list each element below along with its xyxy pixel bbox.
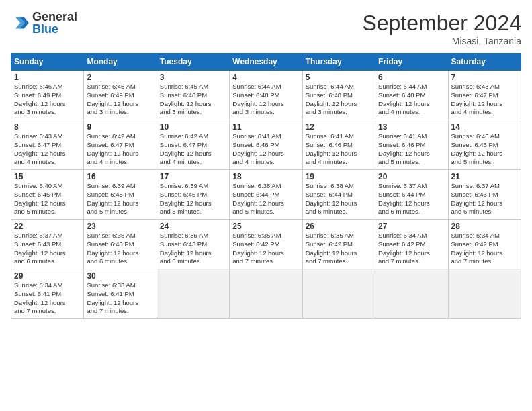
- table-row: 3Sunrise: 6:45 AM Sunset: 6:48 PM Daylig…: [157, 71, 229, 120]
- calendar-week-row: 15Sunrise: 6:40 AM Sunset: 6:45 PM Dayli…: [11, 170, 521, 220]
- table-row: 23Sunrise: 6:36 AM Sunset: 6:43 PM Dayli…: [84, 220, 157, 269]
- table-row: 24Sunrise: 6:36 AM Sunset: 6:43 PM Dayli…: [157, 220, 229, 269]
- table-row: 17Sunrise: 6:39 AM Sunset: 6:45 PM Dayli…: [157, 170, 229, 220]
- day-info: Sunrise: 6:34 AM Sunset: 6:42 PM Dayligh…: [451, 232, 518, 266]
- header-wednesday: Wednesday: [230, 54, 302, 71]
- table-row: 13Sunrise: 6:41 AM Sunset: 6:46 PM Dayli…: [375, 120, 448, 170]
- table-row: [302, 269, 375, 319]
- logo-general: General: [32, 11, 77, 23]
- day-info: Sunrise: 6:37 AM Sunset: 6:43 PM Dayligh…: [14, 232, 81, 266]
- day-info: Sunrise: 6:35 AM Sunset: 6:42 PM Dayligh…: [232, 232, 299, 266]
- calendar-table: Sunday Monday Tuesday Wednesday Thursday…: [11, 53, 521, 319]
- day-info: Sunrise: 6:45 AM Sunset: 6:48 PM Dayligh…: [160, 83, 226, 117]
- table-row: 14Sunrise: 6:40 AM Sunset: 6:45 PM Dayli…: [448, 120, 521, 170]
- day-number: 12: [306, 122, 372, 132]
- day-number: 27: [378, 222, 445, 231]
- day-number: 7: [451, 73, 518, 82]
- calendar-week-row: 1Sunrise: 6:46 AM Sunset: 6:49 PM Daylig…: [11, 71, 521, 120]
- day-number: 26: [306, 222, 372, 231]
- table-row: 21Sunrise: 6:37 AM Sunset: 6:43 PM Dayli…: [448, 170, 521, 220]
- day-number: 3: [160, 73, 226, 82]
- day-info: Sunrise: 6:37 AM Sunset: 6:44 PM Dayligh…: [378, 182, 445, 216]
- logo: General Blue: [11, 11, 77, 35]
- location: Misasi, Tanzania: [362, 36, 521, 46]
- calendar-week-row: 22Sunrise: 6:37 AM Sunset: 6:43 PM Dayli…: [11, 220, 521, 269]
- day-info: Sunrise: 6:44 AM Sunset: 6:48 PM Dayligh…: [378, 83, 445, 117]
- day-info: Sunrise: 6:44 AM Sunset: 6:48 PM Dayligh…: [232, 83, 299, 117]
- table-row: 7Sunrise: 6:43 AM Sunset: 6:47 PM Daylig…: [448, 71, 521, 120]
- day-number: 19: [306, 172, 372, 181]
- table-row: 16Sunrise: 6:39 AM Sunset: 6:45 PM Dayli…: [84, 170, 157, 220]
- day-info: Sunrise: 6:39 AM Sunset: 6:45 PM Dayligh…: [160, 182, 226, 216]
- day-number: 24: [160, 222, 226, 231]
- calendar-week-row: 8Sunrise: 6:43 AM Sunset: 6:47 PM Daylig…: [11, 120, 521, 170]
- logo-blue: Blue: [32, 23, 77, 35]
- table-row: 18Sunrise: 6:38 AM Sunset: 6:44 PM Dayli…: [230, 170, 302, 220]
- table-row: 9Sunrise: 6:42 AM Sunset: 6:47 PM Daylig…: [84, 120, 157, 170]
- day-number: 28: [451, 222, 518, 231]
- table-row: 11Sunrise: 6:41 AM Sunset: 6:46 PM Dayli…: [230, 120, 302, 170]
- table-row: 20Sunrise: 6:37 AM Sunset: 6:44 PM Dayli…: [375, 170, 448, 220]
- table-row: 8Sunrise: 6:43 AM Sunset: 6:47 PM Daylig…: [11, 120, 84, 170]
- day-info: Sunrise: 6:41 AM Sunset: 6:46 PM Dayligh…: [378, 132, 445, 167]
- day-number: 29: [14, 271, 81, 281]
- day-info: Sunrise: 6:35 AM Sunset: 6:42 PM Dayligh…: [306, 232, 372, 266]
- day-number: 14: [451, 122, 518, 132]
- page-header: General Blue September 2024 Misasi, Tanz…: [11, 11, 521, 46]
- table-row: 26Sunrise: 6:35 AM Sunset: 6:42 PM Dayli…: [302, 220, 375, 269]
- table-row: 28Sunrise: 6:34 AM Sunset: 6:42 PM Dayli…: [448, 220, 521, 269]
- table-row: 30Sunrise: 6:33 AM Sunset: 6:41 PM Dayli…: [84, 269, 157, 319]
- day-info: Sunrise: 6:38 AM Sunset: 6:44 PM Dayligh…: [306, 182, 372, 216]
- day-info: Sunrise: 6:42 AM Sunset: 6:47 PM Dayligh…: [160, 132, 226, 167]
- day-number: 9: [87, 122, 153, 132]
- header-sunday: Sunday: [11, 54, 84, 71]
- table-row: 10Sunrise: 6:42 AM Sunset: 6:47 PM Dayli…: [157, 120, 229, 170]
- logo-icon: [11, 13, 30, 32]
- day-number: 18: [232, 172, 299, 181]
- day-number: 6: [378, 73, 445, 82]
- day-info: Sunrise: 6:34 AM Sunset: 6:41 PM Dayligh…: [14, 281, 81, 316]
- day-number: 16: [87, 172, 153, 181]
- header-thursday: Thursday: [302, 54, 375, 71]
- day-info: Sunrise: 6:34 AM Sunset: 6:42 PM Dayligh…: [378, 232, 445, 266]
- title-block: September 2024 Misasi, Tanzania: [362, 11, 521, 46]
- table-row: 22Sunrise: 6:37 AM Sunset: 6:43 PM Dayli…: [11, 220, 84, 269]
- month-title: September 2024: [362, 11, 521, 36]
- day-info: Sunrise: 6:43 AM Sunset: 6:47 PM Dayligh…: [451, 83, 518, 117]
- day-number: 30: [87, 271, 153, 281]
- day-number: 13: [378, 122, 445, 132]
- table-row: 25Sunrise: 6:35 AM Sunset: 6:42 PM Dayli…: [230, 220, 302, 269]
- day-info: Sunrise: 6:41 AM Sunset: 6:46 PM Dayligh…: [306, 132, 372, 167]
- day-info: Sunrise: 6:46 AM Sunset: 6:49 PM Dayligh…: [14, 83, 81, 117]
- header-saturday: Saturday: [448, 54, 521, 71]
- day-number: 10: [160, 122, 226, 132]
- table-row: 12Sunrise: 6:41 AM Sunset: 6:46 PM Dayli…: [302, 120, 375, 170]
- day-number: 8: [14, 122, 81, 132]
- calendar-week-row: 29Sunrise: 6:34 AM Sunset: 6:41 PM Dayli…: [11, 269, 521, 319]
- table-row: 27Sunrise: 6:34 AM Sunset: 6:42 PM Dayli…: [375, 220, 448, 269]
- day-info: Sunrise: 6:42 AM Sunset: 6:47 PM Dayligh…: [87, 132, 153, 167]
- header-tuesday: Tuesday: [157, 54, 229, 71]
- day-info: Sunrise: 6:40 AM Sunset: 6:45 PM Dayligh…: [14, 182, 81, 216]
- table-row: 15Sunrise: 6:40 AM Sunset: 6:45 PM Dayli…: [11, 170, 84, 220]
- day-info: Sunrise: 6:40 AM Sunset: 6:45 PM Dayligh…: [451, 132, 518, 167]
- day-info: Sunrise: 6:38 AM Sunset: 6:44 PM Dayligh…: [232, 182, 299, 216]
- day-number: 17: [160, 172, 226, 181]
- table-row: [230, 269, 302, 319]
- day-number: 22: [14, 222, 81, 231]
- day-info: Sunrise: 6:39 AM Sunset: 6:45 PM Dayligh…: [87, 182, 153, 216]
- table-row: [157, 269, 229, 319]
- day-number: 15: [14, 172, 81, 181]
- day-info: Sunrise: 6:43 AM Sunset: 6:47 PM Dayligh…: [14, 132, 81, 167]
- table-row: [375, 269, 448, 319]
- day-info: Sunrise: 6:41 AM Sunset: 6:46 PM Dayligh…: [232, 132, 299, 167]
- day-info: Sunrise: 6:36 AM Sunset: 6:43 PM Dayligh…: [160, 232, 226, 266]
- logo-text: General Blue: [32, 11, 77, 35]
- day-number: 11: [232, 122, 299, 132]
- day-number: 5: [306, 73, 372, 82]
- day-number: 2: [87, 73, 153, 82]
- day-number: 1: [14, 73, 81, 82]
- table-row: 1Sunrise: 6:46 AM Sunset: 6:49 PM Daylig…: [11, 71, 84, 120]
- table-row: 2Sunrise: 6:45 AM Sunset: 6:49 PM Daylig…: [84, 71, 157, 120]
- table-row: 29Sunrise: 6:34 AM Sunset: 6:41 PM Dayli…: [11, 269, 84, 319]
